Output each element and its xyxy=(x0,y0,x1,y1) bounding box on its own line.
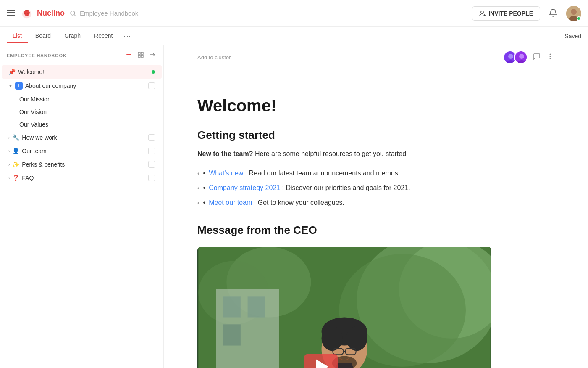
app-logo[interactable]: Nuclino xyxy=(20,7,65,20)
pin-icon: 📌 xyxy=(8,69,16,75)
svg-rect-27 xyxy=(223,296,241,317)
tab-board[interactable]: Board xyxy=(29,29,57,43)
comments-button[interactable] xyxy=(533,52,541,62)
sidebar-item-label: Our Values xyxy=(19,121,48,128)
tab-list[interactable]: List xyxy=(7,29,28,43)
app-name: Nuclino xyxy=(37,9,65,18)
add-item-button[interactable] xyxy=(125,50,133,60)
list-item-content: What's new : Read our latest team announ… xyxy=(209,168,400,178)
resources-list: • What's new : Read our latest team anno… xyxy=(197,166,491,210)
question-icon: ❓ xyxy=(12,175,19,181)
sidebar-item-label: Our Vision xyxy=(19,109,47,115)
bold-intro: New to the team? xyxy=(197,150,253,157)
person-icon: 👤 xyxy=(12,148,19,154)
ceo-video[interactable] xyxy=(197,247,491,368)
chevron-right-icon: › xyxy=(8,135,10,140)
sidebar-item-label: Our team xyxy=(22,148,46,154)
chevron-right-icon: › xyxy=(8,176,10,180)
sidebar-header-actions xyxy=(125,50,157,60)
svg-point-18 xyxy=(550,56,551,57)
search-icon xyxy=(70,10,76,17)
svg-point-12 xyxy=(508,54,513,59)
invite-people-button[interactable]: INVITE PEOPLE xyxy=(472,6,540,21)
collapse-sidebar-button[interactable] xyxy=(148,50,157,60)
getting-started-heading: Getting started xyxy=(197,129,491,142)
svg-point-17 xyxy=(550,54,551,55)
sidebar-item-label: How we work xyxy=(22,134,57,141)
list-item-text: : Read our latest team announcements and… xyxy=(245,169,400,177)
content-toolbar: Add to cluster xyxy=(164,45,588,69)
bullet: • xyxy=(203,183,206,193)
svg-point-19 xyxy=(550,58,551,59)
sidebar-item-label: Our Mission xyxy=(19,96,51,103)
intro-paragraph: New to the team? Here are some helpful r… xyxy=(197,148,491,159)
play-button[interactable] xyxy=(304,354,338,368)
svg-point-4 xyxy=(25,13,26,13)
sidebar-section-header: EMPLOYEE HANDBOOK xyxy=(0,45,163,65)
sidebar-item-welcome[interactable]: 📌 Welcome! xyxy=(2,65,162,79)
sidebar-item-label: Welcome! xyxy=(18,69,44,75)
ceo-message-heading: Message from the CEO xyxy=(197,224,491,237)
header-actions: INVITE PEOPLE xyxy=(472,6,581,21)
svg-point-9 xyxy=(571,9,577,15)
item-checkbox[interactable] xyxy=(148,148,155,154)
sidebar-item-values[interactable]: Our Values xyxy=(2,118,162,131)
sidebar-item-team[interactable]: › 👤 Our team xyxy=(2,144,162,158)
sidebar-item-vision[interactable]: Our Vision xyxy=(2,106,162,118)
expand-sidebar-button[interactable] xyxy=(136,50,145,60)
svg-point-5 xyxy=(27,13,28,13)
svg-point-34 xyxy=(322,326,343,351)
list-item-text: : Get to know your colleagues. xyxy=(254,199,344,206)
sidebar-item-label: Perks & benefits xyxy=(22,161,65,168)
add-to-cluster-button[interactable]: Add to cluster xyxy=(197,54,503,61)
company-strategy-link[interactable]: Company strategy 2021 xyxy=(209,184,280,191)
svg-point-7 xyxy=(481,11,483,13)
list-item-content: Meet our team : Get to know your colleag… xyxy=(209,198,344,208)
bullet: • xyxy=(203,198,206,208)
item-checkbox[interactable] xyxy=(148,82,155,89)
vertical-dots-icon xyxy=(546,52,554,61)
document-more-button[interactable] xyxy=(546,52,554,62)
item-checkbox[interactable] xyxy=(148,175,155,181)
sidebar-item-label: About our company xyxy=(25,82,76,89)
video-thumbnail xyxy=(197,247,491,368)
whats-new-link[interactable]: What's new xyxy=(209,169,243,177)
tab-recent[interactable]: Recent xyxy=(88,29,118,43)
more-tabs-button[interactable]: ⋯ xyxy=(120,28,134,44)
saved-indicator: Saved xyxy=(564,33,581,40)
svg-point-15 xyxy=(519,54,524,59)
collaborator-avatar-2 xyxy=(514,50,528,64)
bullet: • xyxy=(203,168,206,178)
sidebar-item-how[interactable]: › 🔧 How we work xyxy=(2,131,162,144)
sidebar-item-perks[interactable]: › ✨ Perks & benefits xyxy=(2,158,162,171)
document-content: Welcome! Getting started New to the team… xyxy=(164,69,525,368)
notifications-button[interactable] xyxy=(549,8,558,19)
search-bar[interactable]: Employee Handbook xyxy=(70,10,238,17)
svg-rect-28 xyxy=(248,296,265,317)
sidebar: EMPLOYEE HANDBOOK xyxy=(0,45,164,368)
user-avatar[interactable] xyxy=(566,6,581,21)
list-item: • What's new : Read our latest team anno… xyxy=(197,166,491,181)
item-checkbox[interactable] xyxy=(148,161,155,168)
chevron-down-icon: ▼ xyxy=(8,84,13,88)
item-checkbox[interactable] xyxy=(148,134,155,141)
list-item: • Company strategy 2021 : Discover our p… xyxy=(197,181,491,196)
sparkle-icon: ✨ xyxy=(12,161,19,168)
online-status-indicator xyxy=(577,16,581,21)
header: Nuclino Employee Handbook INVITE PEOPLE xyxy=(0,0,588,27)
sidebar-item-mission[interactable]: Our Mission xyxy=(2,93,162,106)
intro-text: Here are some helpful resources to get y… xyxy=(255,150,408,157)
list-item-text: : Discover our priorities and goals for … xyxy=(282,184,410,191)
main-layout: EMPLOYEE HANDBOOK xyxy=(0,45,588,368)
wrench-icon: 🔧 xyxy=(12,134,19,141)
sidebar-item-label: FAQ xyxy=(22,175,34,181)
tab-graph[interactable]: Graph xyxy=(58,29,87,43)
sidebar-item-faq[interactable]: › ❓ FAQ xyxy=(2,171,162,185)
meet-our-team-link[interactable]: Meet our team xyxy=(209,199,252,206)
nav-tabs: List Board Graph Recent ⋯ Saved xyxy=(0,27,588,45)
sidebar-item-about[interactable]: ▼ i About our company xyxy=(2,79,162,93)
svg-rect-29 xyxy=(223,324,241,345)
search-placeholder: Employee Handbook xyxy=(80,10,138,17)
hamburger-menu[interactable] xyxy=(7,8,15,19)
svg-rect-1 xyxy=(7,12,15,13)
